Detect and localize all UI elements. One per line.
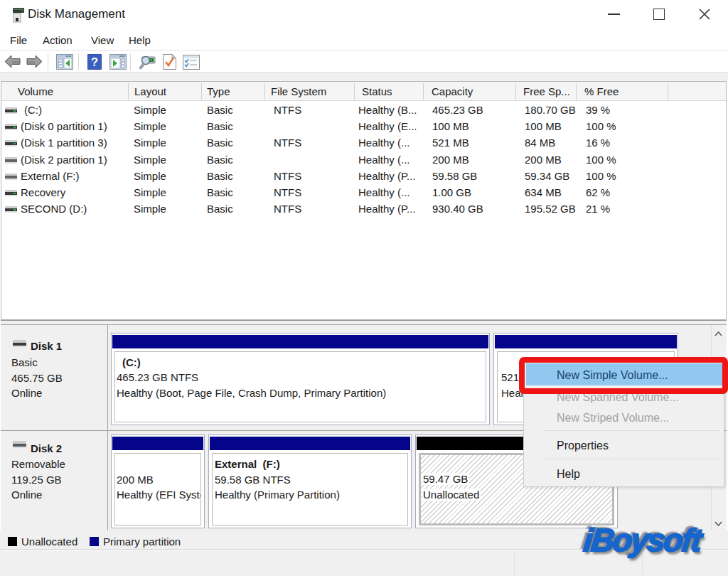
svg-text:?: ? [91, 55, 98, 69]
